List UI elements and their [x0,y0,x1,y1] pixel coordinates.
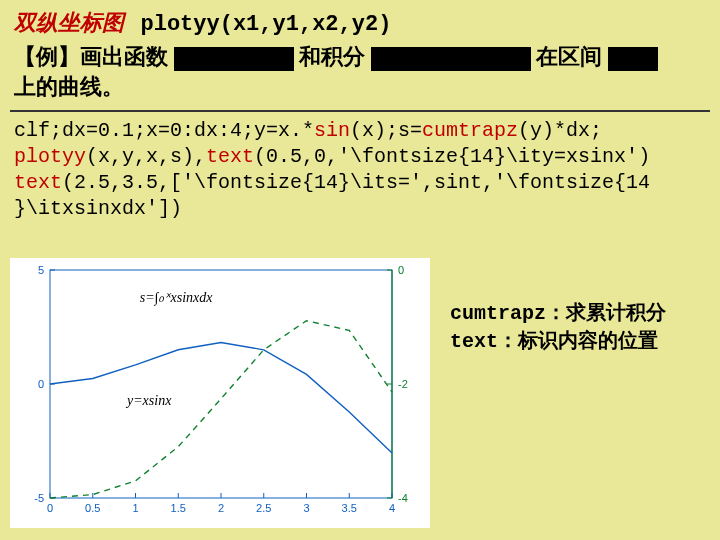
code-text: (0.5,0,'\fontsize{14}\ity=xsinx') [254,145,650,168]
code-text: (y)*dx; [518,119,602,142]
svg-text:s=∫₀ˣxsinxdx: s=∫₀ˣxsinxdx [140,290,213,306]
svg-rect-0 [50,270,392,498]
svg-text:-5: -5 [34,492,44,504]
redacted-box-1 [174,47,294,71]
code-text: (2.5,3.5,['\fontsize{14}\its=',sint,'\fo… [62,171,650,194]
svg-text:2.5: 2.5 [256,502,271,514]
code-keyword-sin: sin [314,119,350,142]
svg-text:-2: -2 [398,378,408,390]
code-line-4: }\itxsinxdx']) [14,196,706,222]
plotyy-chart: 00.511.522.533.54-5050-2-4y=xsinxs=∫₀ˣxs… [10,258,430,528]
svg-text:0: 0 [38,378,44,390]
code-text: (x,y,x,s), [86,145,206,168]
note-cumtrapz: cumtrapz：求累计积分 [450,300,666,328]
svg-text:-4: -4 [398,492,408,504]
svg-text:y=xsinx: y=xsinx [125,393,172,408]
chart-container: 00.511.522.533.54-5050-2-4y=xsinxs=∫₀ˣxs… [10,258,430,528]
example-line: 【例】画出函数 和积分 在区间 [0,40,720,72]
redacted-box-2 [371,47,531,71]
code-keyword-text: text [206,145,254,168]
example-mid1: 和积分 [299,44,365,69]
svg-text:3.5: 3.5 [342,502,357,514]
svg-text:5: 5 [38,264,44,276]
code-line-1: clf;dx=0.1;x=0:dx:4;y=x.*sin(x);s=cumtra… [14,118,706,144]
code-line-2: plotyy(x,y,x,s),text(0.5,0,'\fontsize{14… [14,144,706,170]
code-keyword-cumtrapz: cumtrapz [422,119,518,142]
notes-block: cumtrapz：求累计积分 text：标识内容的位置 [450,300,666,356]
redacted-box-3 [608,47,658,71]
svg-text:1: 1 [132,502,138,514]
plotyy-command: plotyy(x1,y1,x2,y2) [141,12,392,37]
svg-text:0: 0 [398,264,404,276]
svg-text:0.5: 0.5 [85,502,100,514]
svg-text:2: 2 [218,502,224,514]
code-keyword-text: text [14,171,62,194]
code-block: clf;dx=0.1;x=0:dx:4;y=x.*sin(x);s=cumtra… [0,118,720,222]
example-suffix: 上的曲线。 [0,72,720,106]
code-text: }\itxsinxdx']) [14,197,182,220]
code-text: clf;dx=0.1;x=0:dx:4;y=x.* [14,119,314,142]
note-text: text：标识内容的位置 [450,328,666,356]
title-row: 双纵坐标图 plotyy(x1,y1,x2,y2) [0,0,720,40]
code-keyword-plotyy: plotyy [14,145,86,168]
divider [10,110,710,112]
code-text: (x);s= [350,119,422,142]
svg-text:3: 3 [303,502,309,514]
example-mid2: 在区间 [536,44,602,69]
svg-text:0: 0 [47,502,53,514]
page-heading: 双纵坐标图 [14,10,124,35]
example-prefix: 【例】画出函数 [14,44,168,69]
code-line-3: text(2.5,3.5,['\fontsize{14}\its=',sint,… [14,170,706,196]
svg-text:4: 4 [389,502,395,514]
svg-text:1.5: 1.5 [171,502,186,514]
